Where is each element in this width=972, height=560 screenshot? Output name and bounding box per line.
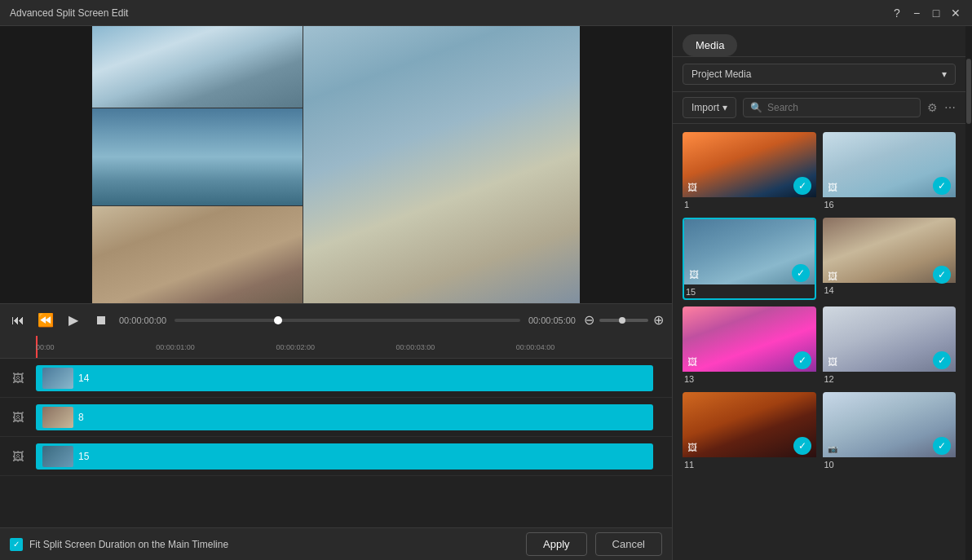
- zoom-thumb: [619, 317, 625, 324]
- ruler-mark-3: 00:00:03:00: [396, 343, 516, 351]
- zoom-out-button[interactable]: ⊖: [584, 312, 594, 328]
- media-label: 13: [683, 372, 816, 386]
- stop-button[interactable]: ⏹: [91, 311, 111, 330]
- import-label: Import: [691, 102, 719, 113]
- timeline-scrubber[interactable]: [175, 319, 520, 322]
- help-button[interactable]: ?: [890, 7, 904, 20]
- clip-label-15: 15: [78, 451, 89, 462]
- split-cell-walrus: [92, 205, 303, 303]
- clip-thumb-8: [42, 407, 73, 428]
- track-row: 🖼 14: [0, 359, 672, 398]
- titlebar: Advanced Split Screen Edit ? − □ ✕: [0, 0, 972, 26]
- right-scrollbar[interactable]: [965, 26, 972, 560]
- minimize-button[interactable]: −: [910, 7, 923, 20]
- track-content-15: 15: [36, 440, 672, 473]
- track-clip-14[interactable]: 14: [36, 365, 653, 391]
- chevron-down-icon: ▾: [722, 102, 727, 113]
- close-button[interactable]: ✕: [949, 7, 962, 20]
- split-cell-ice-mid: [92, 108, 303, 205]
- image-icon: 🖼: [828, 271, 837, 282]
- tab-media[interactable]: Media: [683, 34, 737, 56]
- titlebar-controls: ? − □ ✕: [890, 7, 962, 20]
- play-button[interactable]: ▶: [64, 311, 83, 330]
- titlebar-title: Advanced Split Screen Edit: [10, 7, 128, 19]
- image-icon: 🖼: [689, 269, 699, 280]
- panel-tabs: Media: [673, 26, 965, 57]
- right-panel: Media Project Media ▾ Import ▾ 🔍 ⚙ ⋯: [672, 26, 965, 560]
- ruler-marks: 00:00 00:00:01:00 00:00:02:00 00:00:03:0…: [36, 343, 636, 351]
- media-check: ✓: [793, 351, 811, 369]
- fit-checkbox[interactable]: ✓: [10, 538, 23, 551]
- cancel-button[interactable]: Cancel: [595, 532, 662, 556]
- ruler-mark-0: 00:00: [36, 343, 156, 351]
- track-content-14: 14: [36, 362, 672, 395]
- ruler-mark-1: 00:00:01:00: [156, 343, 276, 351]
- footer-left: ✓ Fit Split Screen Duration on the Main …: [10, 538, 228, 551]
- track-content-8: 8: [36, 401, 672, 434]
- split-cell-ice-top: [92, 26, 303, 108]
- image-icon: 🖼: [12, 372, 24, 385]
- search-input[interactable]: [767, 102, 913, 113]
- main-layout: ⏮ ⏪ ▶ ⏹ 00:00:00:00 00:00:05:00 ⊖ ⊕ 0: [0, 26, 972, 560]
- playback-bar: ⏮ ⏪ ▶ ⏹ 00:00:00:00 00:00:05:00 ⊖ ⊕: [0, 303, 672, 336]
- image-icon: 🖼: [828, 182, 837, 193]
- zoom-slider[interactable]: [599, 319, 648, 322]
- skip-back-button[interactable]: ⏮: [8, 311, 28, 330]
- list-item[interactable]: 🖼 ✓ 1: [683, 132, 816, 211]
- track-clip-15[interactable]: 15: [36, 443, 653, 470]
- list-item[interactable]: 🖼 ✓ 12: [823, 306, 957, 386]
- split-cell-seal: [303, 26, 580, 303]
- step-back-button[interactable]: ⏪: [36, 311, 55, 330]
- clip-label-8: 8: [78, 412, 84, 423]
- media-check: ✓: [933, 266, 951, 284]
- media-label: 14: [823, 283, 957, 297]
- image-icon: 🖼: [687, 182, 697, 193]
- list-item[interactable]: 📷 ✓ 10: [823, 392, 957, 471]
- track-row: 🖼 15: [0, 437, 672, 476]
- timeline-ruler: 00:00 00:00:01:00 00:00:02:00 00:00:03:0…: [0, 336, 672, 359]
- camera-icon: 📷: [828, 444, 837, 453]
- image-icon: 🖼: [687, 442, 697, 453]
- clip-thumb-14: [42, 368, 73, 389]
- list-item[interactable]: 🖼 ✓ 13: [683, 306, 816, 386]
- track-clip-8[interactable]: 8: [36, 404, 653, 430]
- media-check: ✓: [793, 177, 811, 195]
- track-list: 🖼 14 🖼: [0, 359, 672, 527]
- list-item[interactable]: 🖼 ✓ 15: [683, 218, 816, 300]
- track-row: 🖼 8: [0, 398, 672, 437]
- media-check: ✓: [792, 264, 810, 282]
- list-item[interactable]: 🖼 ✓ 16: [823, 132, 957, 211]
- zoom-control: ⊖ ⊕: [584, 312, 664, 328]
- ruler-mark-4: 00:00:04:00: [516, 343, 636, 351]
- time-current: 00:00:00:00: [119, 315, 166, 325]
- split-grid: [92, 26, 580, 303]
- media-check: ✓: [793, 437, 811, 455]
- image-icon: 🖼: [12, 411, 24, 424]
- clip-label-14: 14: [78, 373, 89, 384]
- scrubber-thumb: [274, 316, 282, 324]
- track-icon-14: 🖼: [0, 372, 36, 385]
- image-icon: 🖼: [687, 356, 697, 368]
- image-icon: 🖼: [828, 356, 837, 368]
- filter-icon[interactable]: ⚙: [927, 101, 938, 114]
- chevron-down-icon: ▾: [942, 68, 947, 80]
- project-media-dropdown[interactable]: Project Media ▾: [683, 64, 956, 85]
- search-icon: 🔍: [750, 102, 762, 113]
- media-check: ✓: [933, 351, 951, 369]
- list-item[interactable]: 🖼 ✓ 11: [683, 392, 816, 471]
- media-label: 15: [684, 284, 815, 298]
- import-button[interactable]: Import ▾: [683, 97, 736, 118]
- editor-area: ⏮ ⏪ ▶ ⏹ 00:00:00:00 00:00:05:00 ⊖ ⊕ 0: [0, 26, 672, 560]
- zoom-in-button[interactable]: ⊕: [653, 312, 664, 328]
- list-item[interactable]: 🖼 ✓ 14: [823, 218, 957, 300]
- dropdown-label: Project Media: [691, 68, 751, 80]
- media-label: 16: [823, 197, 957, 211]
- track-icon-15: 🖼: [0, 450, 36, 463]
- track-icon-8: 🖼: [0, 411, 36, 424]
- media-check: ✓: [933, 177, 951, 195]
- apply-button[interactable]: Apply: [526, 532, 587, 556]
- time-total: 00:00:05:00: [528, 315, 576, 325]
- maximize-button[interactable]: □: [930, 7, 943, 20]
- more-options-icon[interactable]: ⋯: [944, 101, 956, 114]
- timeline-area: 00:00 00:00:01:00 00:00:02:00 00:00:03:0…: [0, 336, 672, 527]
